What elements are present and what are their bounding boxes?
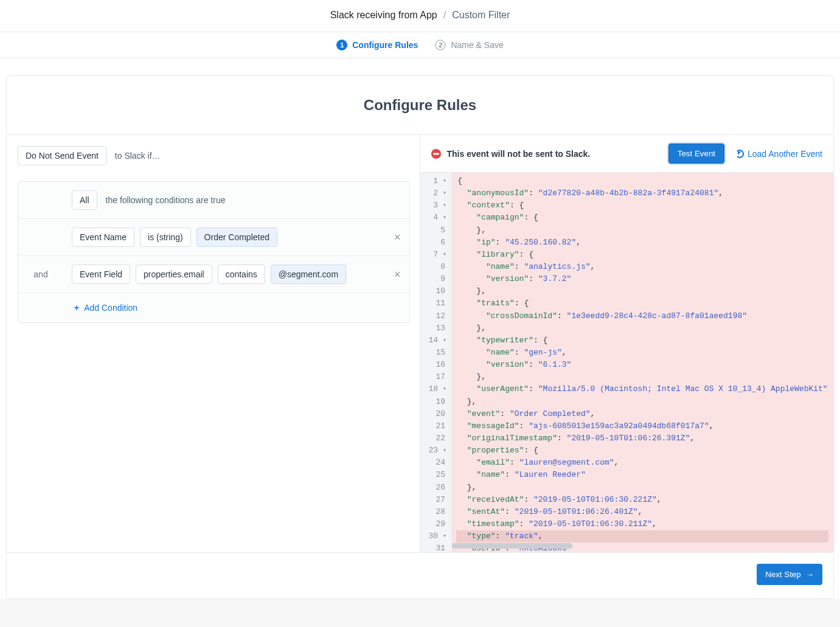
status-message: This event will not be sent to Slack. [447,149,591,159]
step-name-save[interactable]: 2 Name & Save [435,40,503,50]
match-suffix: the following conditions are true [106,195,226,205]
next-step-label: Next Step [765,570,801,579]
add-condition-button[interactable]: + Add Condition [74,303,137,313]
value-input[interactable]: Order Completed [196,227,277,247]
step-1-number: 1 [336,40,347,50]
add-condition-label: Add Condition [84,303,137,313]
joiner [18,219,63,255]
breadcrumb: Slack receiving from App / Custom Filter [0,0,840,32]
blocked-icon [431,149,441,159]
step-configure-rules[interactable]: 1 Configure Rules [336,40,418,50]
joiner: and [18,256,63,293]
page-title: Configure Rules [7,76,833,134]
test-event-button[interactable]: Test Event [668,144,724,164]
operator-select[interactable]: contains [218,265,265,284]
refresh-icon [735,150,744,158]
step-2-label: Name & Save [451,40,503,50]
horizontal-scrollbar[interactable] [448,543,825,549]
field-select[interactable]: Event Name [72,227,134,247]
plus-icon: + [74,303,79,313]
test-panel: This event will not be sent to Slack. Te… [420,135,834,552]
configure-card: Configure Rules Do Not Send Event to Sla… [6,75,834,599]
breadcrumb-first[interactable]: Slack receiving from App [330,10,437,21]
field-select[interactable]: Event Field [72,265,130,284]
action-select[interactable]: Do Not Send Event [18,146,106,165]
load-another-label: Load Another Event [748,149,822,159]
breadcrumb-second: Custom Filter [452,10,510,21]
rules-builder: Do Not Send Event to Slack if… All the f… [7,135,420,552]
condition-row-2: and Event Field properties.email contain… [18,256,409,293]
operator-select[interactable]: is (string) [140,227,191,247]
remove-condition-icon[interactable]: × [394,269,401,280]
match-mode-row: All the following conditions are true [18,182,409,219]
match-mode-select[interactable]: All [72,190,97,210]
code-content[interactable]: { "anonymousId": "d2e77820-a48b-4b2b-882… [451,173,833,552]
line-gutter: 1234567891011121314151617181920212223242… [420,173,452,552]
arrow-right-icon: → [806,570,814,579]
step-1-label: Configure Rules [352,40,418,50]
remove-condition-icon[interactable]: × [394,232,401,243]
condition-row-1: Event Name is (string) Order Completed × [18,219,409,256]
load-another-event-link[interactable]: Load Another Event [735,149,822,159]
json-editor[interactable]: 1234567891011121314151617181920212223242… [420,172,834,552]
path-input[interactable]: properties.email [136,265,212,284]
breadcrumb-separator: / [443,10,446,21]
stepper: 1 Configure Rules 2 Name & Save [0,32,840,58]
value-input[interactable]: @segment.com [271,265,346,284]
action-suffix: to Slack if… [115,151,161,161]
next-step-button[interactable]: Next Step → [757,564,822,585]
step-2-number: 2 [435,40,446,50]
conditions-block: All the following conditions are true Ev… [18,181,410,323]
